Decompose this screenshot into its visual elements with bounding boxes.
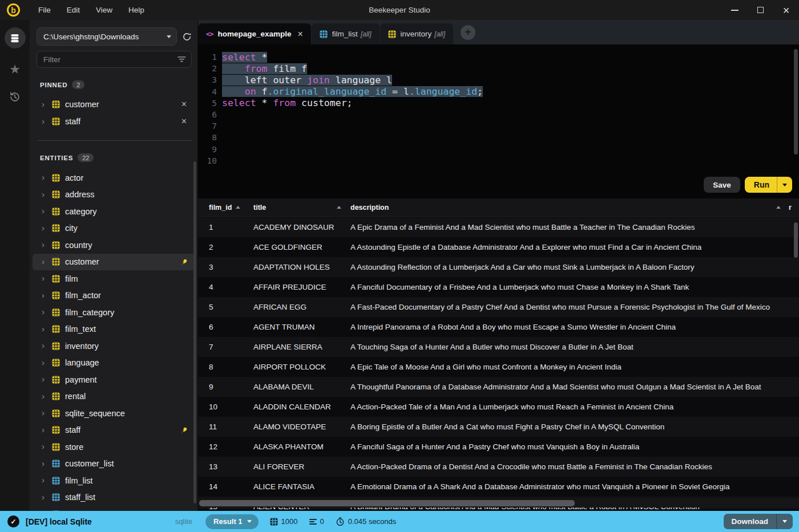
- sidebar-item-film_list[interactable]: ›film_list: [33, 472, 195, 489]
- table-row[interactable]: 14ALICE FANTASIAA Emotional Drama of a A…: [198, 477, 799, 497]
- connection-select[interactable]: C:\Users\ghstng\Downloads: [37, 27, 177, 46]
- menu-edit[interactable]: Edit: [60, 3, 87, 17]
- column-header-film_id[interactable]: film_id: [198, 204, 253, 212]
- close-tab-icon[interactable]: ×: [298, 29, 303, 39]
- filter-input[interactable]: [37, 51, 192, 68]
- chevron-right-icon[interactable]: ›: [42, 206, 50, 215]
- sidebar-item-city[interactable]: ›city: [33, 220, 195, 237]
- sidebar-item-customer[interactable]: ›customer×: [33, 96, 195, 113]
- unpin-close-icon[interactable]: ×: [180, 116, 188, 127]
- table-row[interactable]: 11ALAMO VIDEOTAPEA Boring Epistle of a B…: [198, 417, 799, 437]
- table-row[interactable]: 1ACADEMY DINOSAURA Epic Drama of a Femin…: [198, 217, 799, 237]
- results-horizontal-scrollbar[interactable]: [198, 499, 799, 507]
- chevron-right-icon[interactable]: ›: [42, 173, 50, 181]
- sidebar-item-country[interactable]: ›country: [33, 237, 195, 254]
- chevron-right-icon[interactable]: ›: [42, 274, 50, 282]
- table-row[interactable]: 3ADAPTATION HOLESA Astounding Reflection…: [198, 257, 799, 277]
- sidebar-item-payment[interactable]: ›payment: [33, 371, 195, 388]
- sidebar-scrollbar[interactable]: [193, 161, 196, 503]
- save-button[interactable]: Save: [704, 177, 740, 193]
- table-row[interactable]: 10ALADDIN CALENDARA Action-Packed Tale o…: [198, 397, 799, 417]
- sidebar-item-staff_list[interactable]: ›staff_list: [33, 489, 195, 506]
- minimize-button[interactable]: [722, 0, 748, 20]
- sidebar-item-inventory[interactable]: ›inventory: [33, 338, 195, 355]
- editor-scrollbar[interactable]: [794, 49, 798, 155]
- download-dropdown-button[interactable]: [776, 514, 793, 529]
- close-button[interactable]: ×: [773, 0, 799, 20]
- new-tab-button[interactable]: +: [461, 25, 475, 40]
- chevron-right-icon[interactable]: ›: [42, 291, 50, 299]
- connection-status[interactable]: ✓ [DEV] local Sqlite sqlite: [0, 515, 198, 527]
- chevron-right-icon[interactable]: ›: [42, 358, 50, 367]
- chevron-right-icon[interactable]: ›: [42, 190, 50, 198]
- run-dropdown-button[interactable]: [777, 177, 792, 193]
- line-number: 5: [198, 99, 217, 108]
- chevron-right-icon[interactable]: ›: [42, 442, 50, 450]
- table-row[interactable]: 13ALI FOREVERA Action-Packed Drama of a …: [198, 457, 799, 477]
- tab-inventory[interactable]: inventory[all]: [380, 23, 453, 44]
- sidebar-item-film_text[interactable]: ›film_text: [33, 321, 195, 338]
- sidebar-item-customer_list[interactable]: ›customer_list: [33, 456, 195, 473]
- column-header-title[interactable]: title: [253, 204, 350, 212]
- sidebar-item-film_category[interactable]: ›film_category: [33, 304, 195, 321]
- table-row[interactable]: 6AGENT TRUMANA Intrepid Panorama of a Ro…: [198, 317, 799, 337]
- chevron-right-icon[interactable]: ›: [42, 425, 50, 434]
- chevron-right-icon[interactable]: ›: [42, 257, 50, 266]
- results-vertical-scrollbar[interactable]: [794, 222, 798, 258]
- chevron-right-icon[interactable]: ›: [42, 493, 50, 501]
- favorites-rail-button[interactable]: ★: [9, 63, 21, 76]
- chevron-right-icon[interactable]: ›: [42, 341, 50, 350]
- sidebar-item-film[interactable]: ›film: [33, 270, 195, 287]
- table-row[interactable]: 2ACE GOLDFINGERA Astounding Epistle of a…: [198, 237, 799, 257]
- chevron-right-icon[interactable]: ›: [42, 307, 50, 316]
- chevron-right-icon[interactable]: ›: [42, 476, 50, 484]
- refresh-button[interactable]: [182, 32, 192, 42]
- scrollbar-handle[interactable]: [199, 500, 575, 506]
- sort-asc-icon[interactable]: [776, 206, 781, 209]
- run-button[interactable]: Run: [745, 177, 792, 193]
- chevron-right-icon[interactable]: ›: [42, 324, 50, 333]
- column-header-description[interactable]: description: [350, 204, 789, 212]
- result-selector-button[interactable]: Result 1: [205, 514, 259, 529]
- chevron-right-icon[interactable]: ›: [42, 224, 50, 232]
- table-row[interactable]: 8AIRPORT POLLOCKA Epic Tale of a Moose A…: [198, 357, 799, 377]
- sidebar-item-category[interactable]: ›category: [33, 203, 195, 220]
- sidebar-item-sqlite_sequence[interactable]: ›sqlite_sequence: [33, 405, 195, 422]
- chevron-right-icon[interactable]: ›: [42, 100, 50, 108]
- sort-asc-icon[interactable]: [236, 206, 240, 209]
- table-row[interactable]: 7AIRPLANE SIERRAA Touching Saga of a Hun…: [198, 337, 799, 357]
- table-row[interactable]: 12ALASKA PHANTOMA Fanciful Saga of a Hun…: [198, 437, 799, 457]
- database-rail-button[interactable]: [5, 27, 26, 48]
- sort-asc-icon[interactable]: [337, 206, 341, 209]
- chevron-right-icon[interactable]: ›: [42, 375, 50, 383]
- sidebar-item-rental[interactable]: ›rental: [33, 388, 195, 405]
- chevron-right-icon[interactable]: ›: [42, 459, 50, 468]
- sidebar-item-film_actor[interactable]: ›film_actor: [33, 287, 195, 304]
- tab-film_list[interactable]: film_list[all]: [312, 23, 380, 44]
- history-rail-button[interactable]: [9, 91, 21, 103]
- tab-homepage_example[interactable]: <>homepage_example×: [198, 23, 311, 44]
- unpin-close-icon[interactable]: ×: [180, 99, 188, 109]
- pin-icon[interactable]: [180, 427, 188, 434]
- pin-icon[interactable]: [180, 258, 188, 266]
- table-row[interactable]: 5AFRICAN EGGA Fast-Paced Documentary of …: [198, 297, 799, 317]
- sidebar-item-staff[interactable]: ›staff×: [33, 113, 195, 130]
- menu-file[interactable]: File: [31, 3, 58, 17]
- sql-editor[interactable]: 1select *2 from film f3 left outer join …: [198, 44, 799, 198]
- chevron-right-icon[interactable]: ›: [42, 117, 50, 125]
- sidebar-item-actor[interactable]: ›actor: [33, 169, 195, 186]
- table-row[interactable]: 9ALABAMA DEVILA Thoughtful Panorama of a…: [198, 377, 799, 397]
- table-row[interactable]: 4AFFAIR PREJUDICEA Fanciful Documentary …: [198, 277, 799, 297]
- menu-view[interactable]: View: [89, 3, 119, 17]
- sidebar-item-address[interactable]: ›address: [33, 186, 195, 204]
- maximize-button[interactable]: [748, 0, 773, 20]
- download-button[interactable]: Download: [724, 514, 793, 529]
- sidebar-item-staff[interactable]: ›staff: [33, 422, 195, 439]
- sidebar-item-customer[interactable]: ›customer: [33, 254, 195, 271]
- sidebar-item-language[interactable]: ›language: [33, 355, 195, 372]
- chevron-right-icon[interactable]: ›: [42, 392, 50, 400]
- sidebar-item-store[interactable]: ›store: [33, 438, 195, 456]
- chevron-right-icon[interactable]: ›: [42, 240, 50, 249]
- chevron-right-icon[interactable]: ›: [42, 408, 50, 417]
- menu-help[interactable]: Help: [122, 3, 151, 17]
